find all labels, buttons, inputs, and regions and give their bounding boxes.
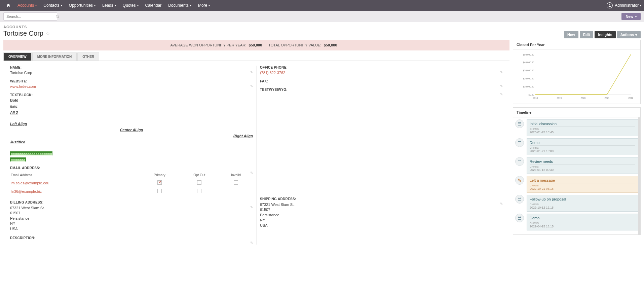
field-label: OFFICE PHONE:: [260, 66, 503, 69]
field-label: DESCRIPTION:: [10, 236, 253, 240]
nav-label: Leads: [102, 3, 113, 8]
home-icon[interactable]: [3, 0, 14, 11]
svg-point-0: [609, 4, 610, 5]
user-menu[interactable]: Administrator ▾: [607, 2, 641, 8]
addr-line: 61507: [10, 211, 253, 216]
search-icon[interactable]: [55, 14, 60, 19]
edit-pencil-icon[interactable]: ✎: [500, 70, 503, 74]
nav-quotes[interactable]: Quotes▾: [119, 0, 142, 11]
timeline-item-timestamp: 2023-01-25 10:45: [530, 131, 635, 134]
timeline-item[interactable]: Follow-up on proposal CHRIS 2022-10-12 1…: [515, 195, 638, 212]
phone-link[interactable]: (781) 822-3762: [260, 71, 285, 75]
calendar-icon: [515, 195, 524, 204]
addr-line: Persistance: [10, 216, 253, 221]
nav-documents[interactable]: Documents▾: [165, 0, 195, 11]
new-label: New: [626, 14, 633, 19]
kpi-avg-value: $50,000: [249, 43, 262, 47]
nav-calendar[interactable]: Calendar: [142, 0, 165, 11]
edit-pencil-icon[interactable]: ✎: [250, 171, 253, 175]
tb-highlight: aaaaaaaaaaaaaaaaaaaa: [10, 151, 52, 155]
timeline-card: Demo CHRIS 2023-01-21 10:00: [527, 138, 638, 155]
timeline-item-title: Demo: [530, 216, 635, 220]
tab-more-info[interactable]: MORE INFORMATION: [32, 52, 77, 61]
svg-point-1: [56, 15, 59, 17]
nav-opportunities[interactable]: Opportunities▾: [66, 0, 99, 11]
field-label: NAME:: [10, 66, 253, 69]
actions-button[interactable]: Actions▾: [617, 31, 641, 38]
timeline-item[interactable]: Demo CHRIS 2022-04-15 18:15: [515, 214, 638, 230]
calendar-icon: [515, 138, 524, 147]
caret-icon: ▾: [94, 4, 96, 7]
nav-label: Accounts: [17, 3, 34, 8]
sub-bar: New ▾: [0, 11, 644, 22]
edit-pencil-icon[interactable]: ✎: [250, 205, 253, 209]
timeline-item-title: Review needs: [530, 159, 635, 163]
field-description: DESCRIPTION: ✎: [10, 236, 253, 240]
action-buttons: New Edit Insights Actions▾: [564, 31, 641, 38]
checkbox-primary[interactable]: [157, 189, 162, 193]
timeline-item[interactable]: Left a message CHRIS 2022-10-21 05:18: [515, 176, 638, 193]
svg-text:$30,000.00: $30,000.00: [523, 69, 534, 72]
detail-body: NAME: Tortoise Corp ✎ WEBSITE: www.hrdev…: [3, 61, 509, 249]
field-website: WEBSITE: www.hrdev.com ✎: [10, 79, 253, 88]
email-col-optout: Opt Out: [180, 172, 219, 178]
timeline-item-title: Left a message: [530, 178, 635, 182]
field-label: TEXTBLOCK:: [10, 93, 253, 97]
email-col-addr: Email Address: [11, 172, 140, 178]
checkbox-invalid[interactable]: [234, 189, 238, 193]
timeline-card: Review needs CHRIS 2023-01-12 00:30: [527, 157, 638, 174]
caret-icon: ▾: [635, 33, 637, 37]
svg-text:$40,000.00: $40,000.00: [523, 61, 534, 64]
tab-other[interactable]: OTHER: [77, 52, 99, 61]
checkbox-invalid[interactable]: [234, 180, 238, 185]
kpi-band: AVERAGE WON OPPORTUNITY PER YEAR: $50,00…: [3, 40, 509, 50]
timeline-item[interactable]: Initial discussion CHRIS 2023-01-25 10:4…: [515, 119, 638, 136]
search-input[interactable]: [4, 14, 55, 19]
timeline-scrollbar[interactable]: [638, 117, 640, 234]
svg-rect-19: [518, 142, 521, 144]
new-record-button[interactable]: New ▾: [621, 13, 641, 20]
insights-button[interactable]: Insights: [595, 31, 615, 38]
tb-all3: All 3: [10, 110, 253, 114]
timeline-card: Initial discussion CHRIS 2023-01-25 10:4…: [527, 119, 638, 136]
nav-accounts[interactable]: Accounts▾: [14, 0, 40, 11]
svg-text:$10,000.00: $10,000.00: [523, 85, 534, 88]
caret-icon: ▾: [61, 4, 62, 7]
edit-pencil-icon[interactable]: ✎: [250, 241, 253, 245]
checkbox-optout[interactable]: [197, 180, 201, 185]
email-link[interactable]: im.sales@example.edu: [11, 181, 49, 185]
email-link[interactable]: hr36@example.biz: [11, 189, 42, 193]
field-email: EMAIL ADDRESS: ✎ Email Address Primary O…: [10, 166, 253, 196]
checkbox-optout[interactable]: [197, 189, 201, 193]
field-label: BILLING ADDRESS:: [10, 201, 253, 204]
edit-pencil-icon[interactable]: ✎: [250, 70, 253, 74]
edit-pencil-icon[interactable]: ✎: [500, 202, 503, 206]
caret-icon: ▾: [115, 4, 116, 7]
svg-text:2019: 2019: [557, 97, 562, 99]
timeline-item[interactable]: Review needs CHRIS 2023-01-12 00:30: [515, 157, 638, 174]
nav-label: More: [198, 3, 207, 8]
edit-pencil-icon[interactable]: ✎: [500, 84, 503, 88]
nav-leads[interactable]: Leads▾: [99, 0, 119, 11]
nav-contacts[interactable]: Contacts▾: [40, 0, 65, 11]
nav-more[interactable]: More▾: [195, 0, 213, 11]
tab-overview[interactable]: OVERVIEW: [3, 52, 32, 61]
favorite-star-icon[interactable]: ☆: [45, 30, 50, 37]
addr-line: USA: [260, 223, 503, 228]
timeline-item[interactable]: Demo CHRIS 2023-01-21 10:00: [515, 138, 638, 155]
email-col-primary: Primary: [140, 172, 179, 178]
nav-label: Contacts: [43, 3, 59, 8]
checkbox-primary[interactable]: [157, 180, 162, 185]
website-link[interactable]: www.hrdev.com: [10, 84, 36, 88]
edit-pencil-icon[interactable]: ✎: [250, 84, 253, 88]
edit-pencil-icon[interactable]: ✎: [500, 93, 503, 96]
field-label: SHIPPING ADDRESS:: [260, 197, 503, 201]
edit-button[interactable]: Edit: [580, 31, 594, 38]
addr-line: 67321 West Siam St.: [260, 202, 503, 207]
kpi-total-label: TOTAL OPPORTUNITY VALUE:: [268, 43, 321, 47]
tb-just: Justified: [10, 140, 253, 144]
new-button[interactable]: New: [564, 31, 578, 38]
svg-text:2020: 2020: [581, 97, 586, 99]
field-value: Tortoise Corp: [10, 71, 253, 75]
search-box[interactable]: [3, 12, 57, 21]
